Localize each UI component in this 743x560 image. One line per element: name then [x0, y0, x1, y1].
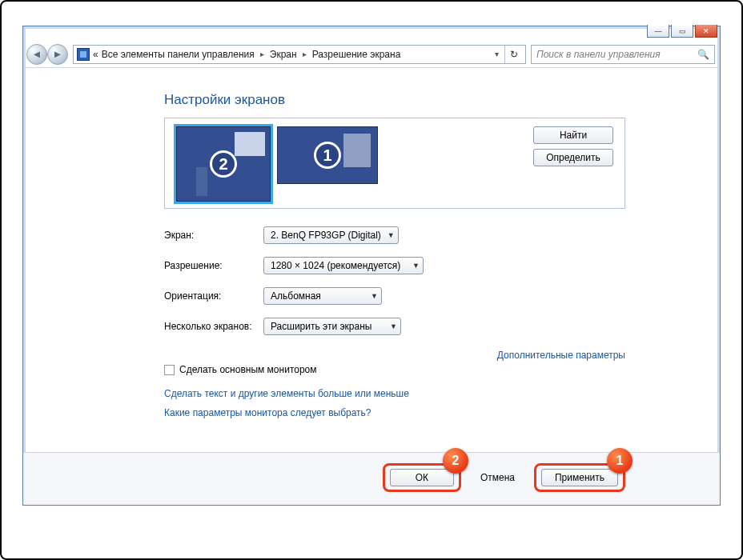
monitor-2-number: 2 — [210, 150, 237, 178]
ok-button[interactable]: ОК — [390, 469, 454, 486]
apply-button[interactable]: Применить — [541, 469, 618, 486]
resolution-label: Разрешение: — [164, 260, 263, 271]
resolution-dropdown[interactable]: 1280 × 1024 (рекомендуется) ▼ — [263, 257, 424, 274]
find-button[interactable]: Найти — [533, 126, 613, 144]
nav-back-button[interactable]: ◄ — [26, 44, 47, 65]
make-primary-checkbox[interactable] — [164, 365, 175, 375]
chevron-down-icon: ▼ — [364, 292, 378, 300]
monitor-1[interactable]: 1 — [277, 126, 378, 184]
display-preview: 2 1 Найти Определить — [164, 118, 625, 209]
nav-forward-button[interactable]: ► — [47, 44, 68, 65]
ok-highlight: 2 ОК — [383, 463, 461, 492]
refresh-button[interactable]: ↻ — [504, 46, 522, 63]
text-size-link[interactable]: Сделать текст и другие элементы больше и… — [164, 388, 625, 399]
advanced-settings-link[interactable]: Дополнительные параметры — [497, 350, 625, 375]
breadcrumb-root: « — [93, 49, 98, 60]
control-panel-icon — [77, 48, 90, 61]
orientation-label: Ориентация: — [164, 290, 263, 302]
address-bar[interactable]: « Все элементы панели управления ▸ Экран… — [73, 45, 526, 64]
chevron-down-icon: ▼ — [384, 322, 397, 330]
address-dropdown-icon[interactable]: ▾ — [492, 50, 501, 58]
minimize-button[interactable]: — — [647, 25, 669, 38]
identify-button[interactable]: Определить — [533, 149, 613, 166]
chevron-down-icon: ▼ — [406, 262, 420, 270]
annotation-badge-2: 2 — [443, 448, 468, 474]
monitor-1-number: 1 — [314, 142, 341, 169]
page-title: Настройки экранов — [164, 92, 625, 108]
chevron-right-icon[interactable]: ▸ — [258, 50, 267, 58]
multiple-displays-dropdown[interactable]: Расширить эти экраны ▼ — [263, 318, 401, 335]
screen-value: 2. BenQ FP93GP (Digital) — [271, 230, 381, 241]
multiple-displays-value: Расширить эти экраны — [271, 321, 372, 332]
close-button[interactable]: ✕ — [695, 25, 717, 38]
breadcrumb-seg2[interactable]: Экран — [270, 49, 297, 60]
screen-dropdown[interactable]: 2. BenQ FP93GP (Digital) ▼ — [263, 226, 399, 244]
monitor-2[interactable]: 2 — [176, 126, 271, 202]
search-placeholder: Поиск в панели управления — [536, 49, 661, 60]
search-icon: 🔍 — [697, 49, 709, 60]
orientation-dropdown[interactable]: Альбомная ▼ — [263, 287, 382, 305]
annotation-badge-1: 1 — [607, 448, 633, 474]
orientation-value: Альбомная — [271, 290, 321, 302]
multiple-displays-label: Несколько экранов: — [164, 321, 263, 332]
breadcrumb-seg1[interactable]: Все элементы панели управления — [102, 49, 255, 60]
chevron-down-icon: ▼ — [381, 231, 395, 239]
search-input[interactable]: Поиск в панели управления 🔍 — [531, 45, 715, 64]
apply-highlight: 1 Применить — [534, 463, 625, 492]
maximize-button[interactable]: ▭ — [671, 25, 693, 38]
screen-label: Экран: — [164, 230, 263, 241]
resolution-value: 1280 × 1024 (рекомендуется) — [271, 260, 400, 271]
chevron-right-icon[interactable]: ▸ — [300, 50, 309, 58]
which-params-link[interactable]: Какие параметры монитора следует выбрать… — [164, 407, 625, 418]
make-primary-label: Сделать основным монитором — [179, 364, 317, 375]
cancel-button[interactable]: Отмена — [477, 472, 518, 483]
breadcrumb-seg3[interactable]: Разрешение экрана — [312, 49, 401, 60]
svg-rect-0 — [80, 51, 86, 58]
